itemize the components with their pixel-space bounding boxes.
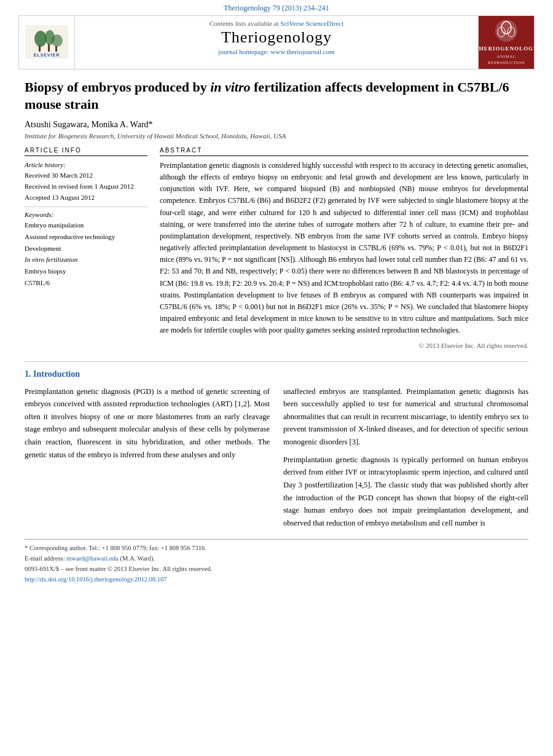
svg-rect-4: [39, 45, 41, 52]
abstract-header: ABSTRACT: [160, 147, 528, 156]
accepted: Accepted 13 August 2012: [25, 192, 147, 203]
footnote-issn: 0093-691X/$ – see front matter © 2013 El…: [25, 564, 528, 575]
journal-homepage-link[interactable]: journal homepage: www.theriojournal.com: [218, 48, 334, 55]
sciverse-line: Contents lists available at SciVerse Sci…: [81, 20, 472, 27]
main-content: Biopsy of embryos produced by in vitro f…: [0, 69, 553, 597]
article-title: Biopsy of embryos produced by in vitro f…: [25, 79, 528, 114]
copyright-line: © 2013 Elsevier Inc. All rights reserved…: [160, 342, 528, 349]
footnote-email: E-mail address: mward@hawaii.edu (M.A. W…: [25, 554, 528, 564]
journal-homepage: journal homepage: www.theriojournal.com: [81, 48, 472, 55]
badge-subtitle: ANIMAL REPRODUCTION: [488, 54, 525, 66]
svg-rect-5: [48, 44, 50, 52]
keyword-2: Assisted reproductive technology: [25, 231, 147, 243]
top-link-bar: Theriogenology 79 (2013) 234–241: [0, 0, 553, 15]
keyword-1: Embryo manipulation: [25, 219, 147, 231]
abstract-text: Preimplantation genetic diagnosis is con…: [160, 160, 528, 337]
journal-title: Theriogenology: [81, 28, 472, 47]
footnote-doi: http://dx.doi.org/10.1016/j.theriogenolo…: [25, 575, 528, 585]
svg-point-8: [495, 20, 517, 42]
intro-col-right: unaffected embryos are transplanted. Pre…: [283, 385, 528, 535]
intro-col-left: Preimplantation genetic diagnosis (PGD) …: [25, 385, 270, 535]
footnotes: * Corresponding author. Tel.: +1 808 956…: [25, 539, 528, 585]
affiliations: Institute for Biogenesis Research, Unive…: [25, 132, 528, 140]
svg-rect-6: [55, 46, 57, 52]
keywords-label: Keywords:: [25, 211, 147, 218]
doi-link[interactable]: http://dx.doi.org/10.1016/j.theriogenolo…: [25, 576, 167, 583]
footnote-email-link[interactable]: mward@hawaii.edu: [66, 555, 119, 562]
keyword-3: Development: [25, 243, 147, 254]
section-divider: [25, 361, 528, 362]
keyword-4: In vitro fertilization: [25, 254, 147, 266]
article-info-abstract-section: ARTICLE INFO Article history: Received 3…: [25, 147, 528, 354]
article-info-column: ARTICLE INFO Article history: Received 3…: [25, 147, 147, 354]
keyword-5: Embryo biopsy: [25, 266, 147, 277]
keyword-6: C57BL/6: [25, 277, 147, 289]
journal-header-center: Contents lists available at SciVerse Sci…: [74, 16, 479, 69]
elsevier-logo-area: ELSEVIER: [19, 16, 74, 69]
received1: Received 30 March 2012: [25, 170, 147, 181]
svg-point-1: [34, 31, 47, 47]
elsevier-logo-icon: ELSEVIER: [25, 25, 68, 59]
journal-badge: THERIOGENOLOGY ANIMAL REPRODUCTION: [479, 16, 534, 69]
journal-header: ELSEVIER Contents lists available at Sci…: [18, 15, 535, 69]
article-info-header: ARTICLE INFO: [25, 147, 147, 156]
received2: Received in revised form 1 August 2012: [25, 181, 147, 192]
authors: Atsushi Sugawara, Monika A. Ward*: [25, 120, 528, 130]
svg-point-3: [52, 34, 63, 47]
journal-citation-link[interactable]: Theriogenology 79 (2013) 234–241: [224, 4, 329, 12]
svg-text:ELSEVIER: ELSEVIER: [34, 53, 60, 57]
intro-paragraph-3: Preimplantation genetic diagnosis is typ…: [283, 454, 528, 530]
journal-badge-icon: [494, 18, 519, 43]
footnote-star: * Corresponding author. Tel.: +1 808 956…: [25, 543, 528, 554]
sciverse-link[interactable]: SciVerse ScienceDirect: [280, 20, 343, 27]
badge-title: THERIOGENOLOGY: [475, 45, 538, 52]
abstract-column: ABSTRACT Preimplantation genetic diagnos…: [160, 147, 528, 354]
intro-paragraph-1: Preimplantation genetic diagnosis (PGD) …: [25, 385, 270, 462]
introduction-body: Preimplantation genetic diagnosis (PGD) …: [25, 385, 528, 535]
history-label: Article history:: [25, 160, 147, 171]
info-divider: [25, 207, 147, 207]
article-info-block: Article history: Received 30 March 2012 …: [25, 160, 147, 203]
introduction-title: 1. Introduction: [25, 369, 528, 379]
intro-paragraph-2: unaffected embryos are transplanted. Pre…: [283, 385, 528, 449]
